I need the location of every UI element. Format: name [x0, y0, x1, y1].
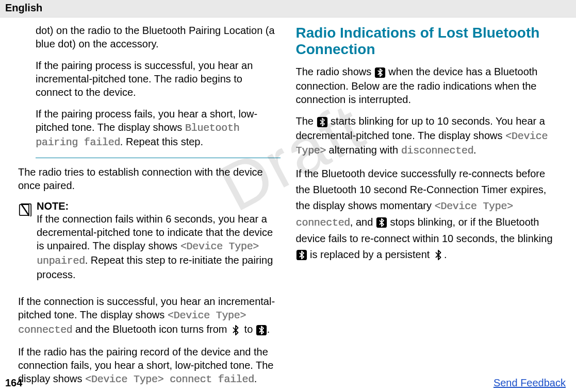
bluetooth-solid-icon	[296, 247, 307, 263]
left-p1: dot) on the radio to the Bluetooth Pairi…	[18, 24, 281, 50]
step-divider	[36, 158, 281, 158]
note-body: NOTE: If the connection fails within 6 s…	[37, 200, 281, 289]
right-p2: The starts blinking for up to 10 seconds…	[296, 114, 558, 158]
bluetooth-outline-icon	[230, 323, 241, 337]
right-p2a: The	[296, 115, 317, 127]
send-feedback-link[interactable]: Send Feedback	[493, 377, 566, 389]
right-p2c: alternating with	[326, 144, 401, 156]
left-p5c: to	[241, 323, 256, 335]
right-p3d: is replaced by a persistent	[307, 249, 433, 260]
bluetooth-solid-icon	[374, 66, 386, 79]
bluetooth-solid-icon	[317, 115, 328, 129]
bluetooth-solid-icon	[376, 215, 387, 231]
header-lang: English	[5, 2, 42, 13]
right-p1: The radio shows when the device has a Bl…	[296, 65, 558, 106]
note-title: NOTE:	[37, 200, 281, 212]
left-p3: If the pairing process fails, you hear a…	[18, 107, 281, 149]
p2-code2: disconnected	[401, 145, 473, 157]
left-p5d: .	[267, 323, 270, 335]
right-column: Radio Indications of Lost Bluetooth Conn…	[288, 24, 566, 373]
right-p3: If the Bluetooth device successfully re-…	[296, 166, 558, 263]
note-icon	[18, 202, 32, 219]
right-p2d: .	[473, 144, 476, 156]
page-number: 164	[5, 377, 22, 389]
left-p5: If the connection is successful, you hea…	[18, 295, 281, 337]
page-header: English	[0, 0, 576, 18]
page-footer: 164 Send Feedback	[0, 376, 576, 392]
left-p2: If the pairing process is successful, yo…	[18, 59, 281, 99]
left-p3b: . Repeat this step.	[120, 136, 203, 147]
note-text: If the connection fails within 6 seconds…	[37, 212, 281, 281]
note-block: NOTE: If the connection fails within 6 s…	[18, 200, 281, 289]
left-p4: The radio tries to establish connection …	[18, 165, 281, 192]
section-heading: Radio Indications of Lost Bluetooth Conn…	[296, 25, 558, 58]
right-p3b: , and	[350, 216, 376, 228]
right-p3e: .	[444, 249, 447, 260]
bluetooth-outline-icon	[433, 247, 444, 263]
bluetooth-solid-icon	[256, 323, 267, 337]
page-body: dot) on the radio to the Bluetooth Pairi…	[0, 18, 576, 373]
left-p5b: and the Bluetooth icon turns from	[72, 323, 230, 335]
left-column: dot) on the radio to the Bluetooth Pairi…	[10, 24, 288, 373]
right-p1a: The radio shows	[296, 66, 374, 77]
